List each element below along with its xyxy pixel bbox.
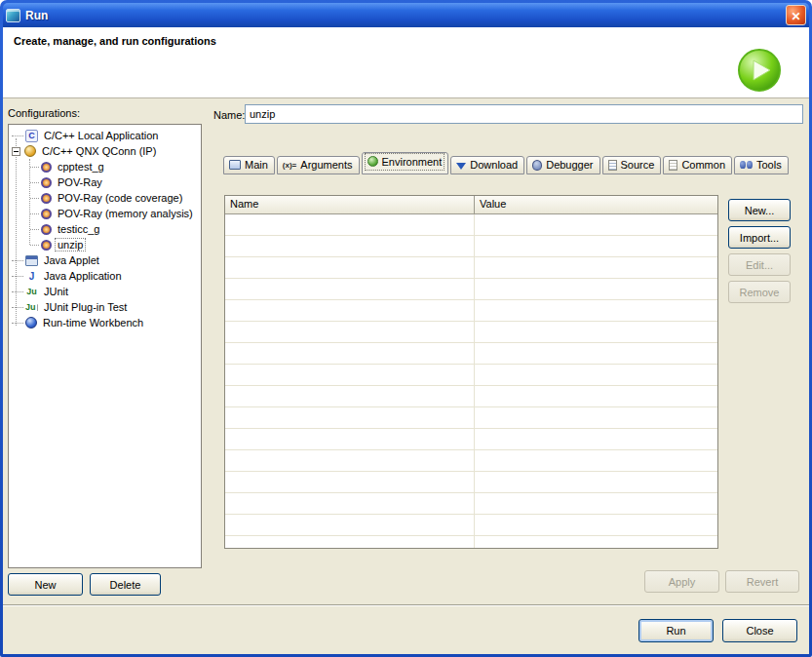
tab-debugger[interactable]: Debugger bbox=[526, 156, 599, 174]
tree-connector bbox=[30, 167, 39, 168]
launch-target-icon bbox=[41, 209, 52, 219]
env-table-row bbox=[225, 386, 717, 407]
tree-item-label: JUnit bbox=[42, 286, 70, 297]
tree-item-java-application[interactable]: Java Application bbox=[9, 268, 201, 284]
name-input[interactable] bbox=[245, 104, 803, 124]
run-dialog-icon bbox=[6, 9, 20, 22]
env-table-row bbox=[225, 365, 717, 386]
qnx-qconn-icon bbox=[24, 145, 36, 157]
tree-item-java-applet[interactable]: Java Applet bbox=[9, 252, 201, 268]
env-table-header: Name Value bbox=[225, 196, 717, 214]
titlebar[interactable]: Run bbox=[3, 3, 809, 27]
env-import-button[interactable]: Import... bbox=[728, 226, 791, 249]
tree-connector bbox=[12, 323, 23, 324]
tree-item-label: JUnit Plug-in Test bbox=[42, 301, 129, 313]
configurations-tree-panel[interactable]: C/C++ Local Application C/C++ QNX QConn … bbox=[8, 124, 202, 568]
arguments-tab-icon: (x)= bbox=[283, 161, 296, 170]
environment-variables-table: Name Value bbox=[224, 195, 718, 549]
tab-label: Source bbox=[621, 159, 655, 171]
tree-item-pov-ray-code-coverage[interactable]: POV-Ray (code coverage) bbox=[9, 190, 201, 206]
tab-main[interactable]: Main bbox=[223, 156, 275, 174]
environment-tab-icon bbox=[367, 156, 378, 167]
tab-common[interactable]: Common bbox=[663, 156, 732, 174]
tree-item-pov-ray[interactable]: POV-Ray bbox=[9, 174, 201, 190]
tab-label: Debugger bbox=[546, 159, 593, 171]
tree-item-cpptest-g[interactable]: cpptest_g bbox=[9, 159, 201, 174]
revert-button[interactable]: Revert bbox=[725, 570, 799, 593]
env-table-row bbox=[225, 236, 717, 257]
tree-item-label: cpptest_g bbox=[56, 161, 106, 173]
name-label: Name: bbox=[213, 109, 245, 121]
footer-separator bbox=[3, 604, 809, 606]
tree-connector bbox=[12, 307, 23, 308]
env-table-row bbox=[225, 407, 717, 429]
launch-target-icon bbox=[41, 162, 52, 173]
tree-connector bbox=[12, 135, 23, 136]
env-table-row bbox=[225, 472, 717, 493]
configurations-tree: C/C++ Local Application C/C++ QNX QConn … bbox=[9, 128, 201, 330]
source-tab-icon bbox=[608, 160, 617, 171]
tab-label: Main bbox=[245, 159, 268, 171]
configurations-label: Configurations: bbox=[8, 107, 80, 119]
tab-tools[interactable]: Tools bbox=[734, 156, 789, 174]
tree-connector bbox=[12, 260, 23, 261]
tab-label: Environment bbox=[382, 156, 443, 168]
tree-item-c-local-application[interactable]: C/C++ Local Application bbox=[9, 128, 201, 143]
env-table-row bbox=[225, 279, 717, 300]
run-button[interactable]: Run bbox=[638, 619, 714, 642]
tree-item-label: POV-Ray bbox=[56, 176, 104, 188]
env-new-button[interactable]: New... bbox=[728, 199, 791, 221]
tree-item-junit-plugin-test[interactable]: JUnit Plug-in Test bbox=[9, 299, 201, 315]
apply-button[interactable]: Apply bbox=[644, 570, 719, 593]
tab-label: Download bbox=[470, 159, 518, 171]
tree-item-pov-ray-memory-analysis[interactable]: POV-Ray (memory analysis) bbox=[9, 206, 201, 221]
close-button[interactable] bbox=[786, 5, 806, 25]
env-table-row bbox=[225, 214, 717, 236]
tree-item-junit[interactable]: JUnit bbox=[9, 284, 201, 299]
tree-item-runtime-workbench[interactable]: Run-time Workbench bbox=[9, 315, 201, 330]
close-dialog-button[interactable]: Close bbox=[722, 619, 797, 642]
dialog-description: Create, manage, and run configurations bbox=[14, 35, 216, 47]
tab-arguments[interactable]: (x)= Arguments bbox=[277, 156, 360, 174]
tree-connector bbox=[30, 213, 39, 214]
tree-item-qnx-qconn[interactable]: C/C++ QNX QConn (IP) bbox=[9, 143, 201, 159]
collapse-toggle-icon[interactable] bbox=[12, 147, 20, 156]
qnx-children: cpptest_g POV-Ray POV-Ray (code coverage… bbox=[9, 159, 201, 252]
tree-item-label: POV-Ray (code coverage) bbox=[56, 192, 184, 204]
env-table-row bbox=[225, 450, 717, 472]
tree-item-label: C/C++ Local Application bbox=[42, 130, 160, 141]
env-table-row bbox=[225, 515, 717, 536]
debugger-tab-icon bbox=[532, 160, 542, 171]
env-table-row bbox=[225, 257, 717, 279]
env-column-value[interactable]: Value bbox=[475, 196, 717, 214]
tab-label: Arguments bbox=[300, 159, 352, 171]
c-application-icon bbox=[25, 130, 38, 142]
close-icon bbox=[791, 7, 800, 24]
tree-connector bbox=[30, 245, 39, 246]
tab-label: Common bbox=[681, 159, 725, 171]
tree-item-label: POV-Ray (memory analysis) bbox=[56, 208, 195, 219]
tree-item-label: C/C++ QNX QConn (IP) bbox=[40, 145, 158, 157]
env-remove-button[interactable]: Remove bbox=[728, 281, 791, 303]
env-table-row bbox=[225, 300, 717, 322]
env-table-row bbox=[225, 493, 717, 515]
new-configuration-button[interactable]: New bbox=[8, 573, 83, 596]
tree-item-label: Java Applet bbox=[42, 254, 101, 266]
tree-connector bbox=[30, 198, 39, 199]
tree-item-label: Java Application bbox=[42, 270, 124, 282]
tree-item-unzip[interactable]: unzip bbox=[9, 237, 201, 252]
common-tab-icon bbox=[669, 160, 677, 171]
dialog-header: Create, manage, and run configurations bbox=[3, 27, 809, 98]
tab-environment[interactable]: Environment bbox=[362, 152, 449, 174]
env-edit-button[interactable]: Edit... bbox=[728, 253, 791, 276]
delete-configuration-button[interactable]: Delete bbox=[90, 573, 161, 596]
tab-download[interactable]: Download bbox=[450, 156, 524, 174]
launch-target-icon bbox=[41, 224, 52, 235]
tab-source[interactable]: Source bbox=[602, 156, 662, 174]
env-column-name[interactable]: Name bbox=[225, 196, 475, 214]
tree-item-testicc-g[interactable]: testicc_g bbox=[9, 221, 201, 237]
dialog-body: Create, manage, and run configurations C… bbox=[3, 27, 809, 654]
env-table-row bbox=[225, 322, 717, 343]
env-table-row bbox=[225, 429, 717, 450]
java-application-icon bbox=[25, 270, 38, 283]
